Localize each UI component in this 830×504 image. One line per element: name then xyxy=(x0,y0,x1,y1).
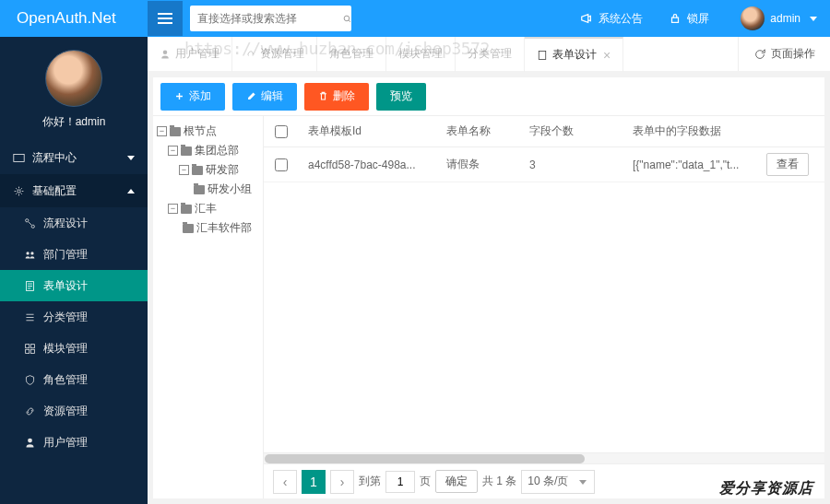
table-row[interactable]: a4cffd58-7bac-498a... 请假条 3 [{"name":"da… xyxy=(264,147,824,182)
tab-resource[interactable]: 资源管理 xyxy=(232,37,317,72)
sidebar-item-category[interactable]: 分类管理 xyxy=(0,301,148,333)
view-button[interactable]: 查看 xyxy=(766,153,809,176)
delete-button[interactable]: 删除 xyxy=(304,83,369,111)
sidebar-item-form[interactable]: 表单设计 xyxy=(0,270,148,301)
tabs-bar: 用户管理 资源管理 角色管理 模块管理 分类管理 表单设计× 页面操作 xyxy=(148,37,830,72)
tab-module[interactable]: 模块管理 xyxy=(386,37,456,72)
search-icon[interactable] xyxy=(343,6,351,31)
form-icon xyxy=(24,280,36,292)
svg-point-14 xyxy=(163,50,168,54)
svg-rect-9 xyxy=(26,344,30,347)
cell-id: a4cffd58-7bac-498a... xyxy=(299,158,437,171)
pagesize-select[interactable]: 10 条/页 xyxy=(521,470,595,494)
refresh-icon xyxy=(753,48,766,61)
preview-button[interactable]: 预览 xyxy=(376,83,426,111)
cell-count: 3 xyxy=(520,158,623,171)
folder-icon xyxy=(194,185,205,194)
folder-icon xyxy=(181,205,192,214)
chevron-down-icon xyxy=(810,17,817,21)
tree-node-team[interactable]: 研发小组 xyxy=(157,180,259,199)
tab-category[interactable]: 分类管理 xyxy=(456,37,525,72)
collapse-icon[interactable]: − xyxy=(168,146,178,156)
svg-point-13 xyxy=(28,438,32,442)
link-icon xyxy=(244,49,255,60)
window-icon xyxy=(13,152,25,164)
megaphone-icon xyxy=(580,12,593,25)
cell-data: [{"name":"data_1","t... xyxy=(623,158,757,171)
trash-icon xyxy=(318,91,328,101)
menu-toggle[interactable] xyxy=(148,1,183,36)
close-icon[interactable]: × xyxy=(603,48,611,63)
row-checkbox[interactable] xyxy=(275,158,288,171)
tree-node-hfsw[interactable]: 汇丰软件部 xyxy=(157,218,259,238)
brand-title: OpenAuth.Net xyxy=(0,9,148,28)
collapse-icon[interactable]: − xyxy=(179,165,189,175)
announce-button[interactable]: 系统公告 xyxy=(567,11,656,27)
col-name: 表单名称 xyxy=(437,116,520,147)
h-scrollbar[interactable] xyxy=(264,452,824,463)
svg-point-0 xyxy=(344,16,350,21)
pencil-icon xyxy=(246,91,256,101)
corner-watermark: 爱分享资源店 xyxy=(719,479,813,498)
col-id: 表单模板Id xyxy=(299,116,437,147)
tab-role[interactable]: 角色管理 xyxy=(317,37,386,72)
cell-name: 请假条 xyxy=(437,157,520,172)
svg-point-5 xyxy=(31,225,34,228)
avatar-icon xyxy=(741,6,765,30)
tree-node-group[interactable]: −集团总部 xyxy=(157,141,259,160)
tab-form[interactable]: 表单设计× xyxy=(525,37,623,72)
edit-button[interactable]: 编辑 xyxy=(232,83,297,111)
lock-button[interactable]: 锁屏 xyxy=(656,11,722,27)
select-all-checkbox[interactable] xyxy=(275,125,288,138)
sidebar-group-flow[interactable]: 流程中心 xyxy=(0,141,148,174)
search-input[interactable] xyxy=(190,12,343,25)
user-menu[interactable]: admin xyxy=(722,6,830,30)
user-icon xyxy=(160,49,171,60)
sidebar-item-flow-design[interactable]: 流程设计 xyxy=(0,207,148,239)
goto-suffix: 页 xyxy=(420,474,431,489)
page-ops-button[interactable]: 页面操作 xyxy=(738,37,830,71)
collapse-icon[interactable]: − xyxy=(168,204,178,214)
collapse-icon[interactable]: − xyxy=(157,126,167,136)
next-page-button[interactable]: › xyxy=(330,470,354,494)
svg-point-4 xyxy=(26,218,29,221)
total-text: 共 1 条 xyxy=(482,474,516,489)
table-header: 表单模板Id 表单名称 字段个数 表单中的字段数据 xyxy=(264,116,824,147)
tree-node-hf[interactable]: −汇丰 xyxy=(157,199,259,218)
form-icon xyxy=(537,50,548,61)
users-icon xyxy=(24,249,36,261)
svg-rect-15 xyxy=(539,51,546,59)
folder-icon xyxy=(192,166,203,175)
svg-point-6 xyxy=(26,252,29,254)
user-icon xyxy=(24,437,36,449)
goto-input[interactable] xyxy=(385,471,415,493)
sidebar-group-config[interactable]: 基础配置 xyxy=(0,174,148,207)
folder-icon xyxy=(181,147,192,156)
chevron-up-icon xyxy=(127,189,135,193)
tree-panel: −根节点 −集团总部 −研发部 研发小组 −汇丰 汇丰软件部 xyxy=(153,116,264,498)
gear-icon xyxy=(13,185,25,197)
goto-confirm-button[interactable]: 确定 xyxy=(435,470,478,493)
svg-rect-1 xyxy=(672,18,679,22)
folder-icon xyxy=(170,127,181,136)
svg-point-7 xyxy=(30,252,33,254)
goto-label: 到第 xyxy=(359,474,381,489)
chevron-down-icon xyxy=(127,156,135,160)
tree-node-dev[interactable]: −研发部 xyxy=(157,160,259,180)
sidebar-item-dept[interactable]: 部门管理 xyxy=(0,239,148,270)
page-1-button[interactable]: 1 xyxy=(302,470,326,494)
sidebar-item-role[interactable]: 角色管理 xyxy=(0,364,148,395)
col-count: 字段个数 xyxy=(520,116,623,147)
sidebar-item-user[interactable]: 用户管理 xyxy=(0,427,148,458)
svg-point-3 xyxy=(18,189,20,192)
sidebar-item-module[interactable]: 模块管理 xyxy=(0,333,148,364)
user-avatar xyxy=(45,50,102,107)
list-icon xyxy=(24,311,36,323)
svg-rect-10 xyxy=(30,344,34,347)
tree-node-root[interactable]: −根节点 xyxy=(157,122,259,141)
add-button[interactable]: 添加 xyxy=(160,83,225,111)
sidebar-item-resource[interactable]: 资源管理 xyxy=(0,395,148,427)
nodes-icon xyxy=(24,217,36,229)
prev-page-button[interactable]: ‹ xyxy=(273,470,297,494)
tab-user[interactable]: 用户管理 xyxy=(148,37,232,72)
